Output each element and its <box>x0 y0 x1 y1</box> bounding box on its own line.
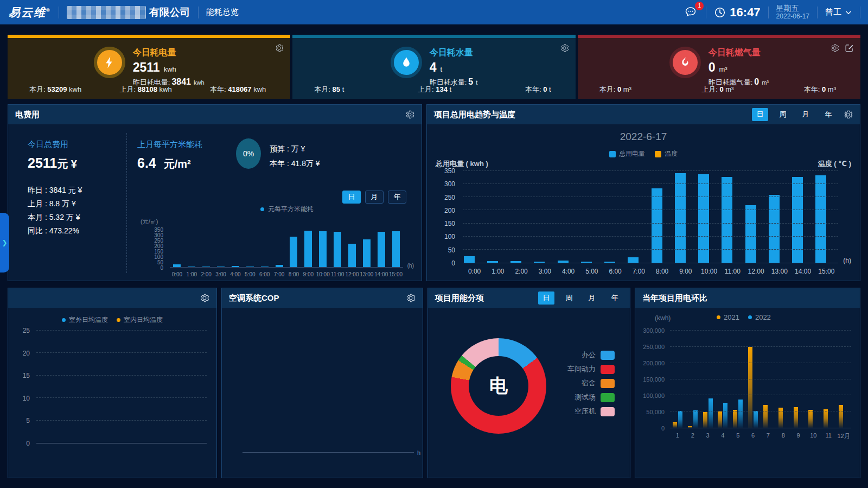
kpi-month: 本月: 53209 kwh <box>29 85 81 94</box>
temperature-legend: 室外日均温度 室内日均温度 <box>8 315 216 325</box>
tab-year[interactable]: 年 <box>820 108 837 121</box>
edit-icon[interactable] <box>845 43 854 53</box>
legend-label: 宿舍 <box>582 378 596 388</box>
gear-icon[interactable] <box>843 110 853 119</box>
notification-badge: 1 <box>695 2 704 10</box>
tab-year[interactable]: 年 <box>607 291 623 305</box>
kpi-month: 本月: 85 t <box>314 85 344 94</box>
tab-week[interactable]: 周 <box>775 108 791 121</box>
tab-month[interactable]: 月 <box>584 291 600 305</box>
kpi-card-water: 今日耗水量 4t 昨日耗水量:5t 本月: 85 t 上月: 134 t 本年:… <box>292 35 575 99</box>
stat-yesterday: 昨日 : 3841 元 ¥ <box>28 183 82 197</box>
legend-swatch <box>601 365 615 374</box>
sqm-cost-block: 上月每平方米能耗 6.4 元/m² <box>137 140 202 172</box>
chevron-right-icon: ❯ <box>2 239 7 246</box>
tab-day[interactable]: 日 <box>538 291 554 305</box>
mini-chart-legend: 元每平方米能耗 <box>171 205 403 214</box>
company-name: 有限公司 <box>67 5 190 20</box>
donut-legend-item[interactable]: 车间动力 <box>567 364 615 374</box>
legend-swatch <box>601 407 615 416</box>
y2-axis-label: 温度 ( ℃ ) <box>818 159 851 169</box>
legend-indoor: 室内日均温度 <box>117 315 163 325</box>
kpi-last-month: 上月: 0 m³ <box>701 85 733 94</box>
gear-icon[interactable] <box>830 43 839 53</box>
tab-day[interactable]: 日 <box>752 108 768 121</box>
power-trend-panel: 项目总用电趋势与温度 日 周 月 年 2022-6-17 总用电量 温度 总用电… <box>426 104 860 281</box>
tab-month[interactable]: 月 <box>797 108 814 121</box>
messages-button[interactable]: 1 <box>684 5 698 20</box>
legend-2021: 2021 <box>717 313 739 321</box>
x-unit: (h) <box>407 263 414 269</box>
chart-date-title: 2022-6-17 <box>427 131 860 143</box>
kpi-last-month: 上月: 134 t <box>418 85 451 94</box>
cost-stats: 昨日 : 3841 元 ¥ 上月 : 8.8 万 ¥ 本月 : 5.32 万 ¥… <box>28 183 82 238</box>
legend-swatch <box>601 393 615 402</box>
legend-outdoor: 室外日均温度 <box>62 315 108 325</box>
gear-icon[interactable] <box>200 293 209 303</box>
topbar: 易云维® 有限公司 能耗总览 1 16:47 星期五 2022-06-17 <box>0 0 868 24</box>
kpi-card-electricity: 今日耗电量 2511kwh 昨日耗电量:3841kwh 本月: 53209 kw… <box>8 35 290 99</box>
legend-label: 车间动力 <box>567 364 596 374</box>
power-trend-chart: 050100150200250300350 0:001:002:003:004:… <box>436 171 852 276</box>
cop-x-axis <box>242 452 414 453</box>
panel-title: 项目用能分项 <box>435 293 484 303</box>
kpi-row: 今日耗电量 2511kwh 昨日耗电量:3841kwh 本月: 53209 kw… <box>8 35 860 99</box>
stat-yoy: 同比 : 473.22% <box>28 224 82 238</box>
legend-swatch <box>609 151 616 157</box>
tab-year[interactable]: 年 <box>388 191 406 204</box>
panel-title: 项目总用电趋势与温度 <box>434 110 515 120</box>
clock-icon <box>714 7 726 18</box>
donut-legend-item[interactable]: 办公 <box>567 350 615 360</box>
stat-last-month: 上月 : 8.8 万 ¥ <box>28 197 82 211</box>
kpi-footer: 本月: 0 m³ 上月: 0 m³ 本年: 0 m³ <box>578 85 860 94</box>
panel-title: 空调系统COP <box>229 293 279 303</box>
donut-legend-item[interactable]: 宿舍 <box>567 378 615 388</box>
budget-year-line: 本年 : 41.8万 ¥ <box>270 156 320 171</box>
legend-temperature: 温度 <box>655 149 678 159</box>
current-date: 2022-06-17 <box>776 12 809 21</box>
kpi-title: 今日耗燃气量 <box>709 47 769 59</box>
legend-dot <box>117 318 120 322</box>
user-menu[interactable]: 曾工 <box>825 7 852 17</box>
nav-energy-overview[interactable]: 能耗总览 <box>206 7 239 16</box>
cop-x-unit: h <box>417 449 420 456</box>
divider <box>59 7 59 18</box>
gear-icon[interactable] <box>275 43 284 53</box>
gear-icon[interactable] <box>560 43 569 53</box>
kpi-last-month: 上月: 88108 kwh <box>119 85 171 94</box>
legend-label: 办公 <box>582 350 596 360</box>
donut-legend-item[interactable]: 测试场 <box>567 392 615 402</box>
lightning-icon <box>94 47 125 78</box>
chevron-down-icon <box>845 9 852 16</box>
weekday: 星期五 <box>776 4 809 12</box>
budget-block: 预算 : 万 ¥ 本年 : 41.8万 ¥ <box>270 142 320 171</box>
legend-2022: 2022 <box>748 313 771 321</box>
user-name: 曾工 <box>825 7 841 17</box>
current-time: 16:47 <box>730 5 760 20</box>
y-axis-label: 总用电量 ( kwh ) <box>436 159 488 169</box>
kpi-year: 本年: 0 t <box>525 85 551 94</box>
donut-center-label: 电 <box>489 373 508 398</box>
kpi-footer: 本月: 53209 kwh 上月: 88108 kwh 本年: 418067 k… <box>8 85 290 94</box>
gear-icon[interactable] <box>406 293 416 303</box>
flame-icon <box>669 47 701 78</box>
legend-label: 空压机 <box>575 407 596 416</box>
tab-week[interactable]: 周 <box>561 291 577 305</box>
kpi-year: 本年: 418067 kwh <box>210 85 266 94</box>
legend-label: 元每平方米能耗 <box>268 205 314 214</box>
y-axis-unit: (kwh) <box>655 314 671 322</box>
hvac-cop-panel: 空调系统COP h <box>221 288 423 478</box>
divider <box>768 7 769 18</box>
sidebar-expand-handle[interactable]: ❯ <box>0 213 9 272</box>
sqm-label: 上月每平方米能耗 <box>137 140 202 150</box>
tab-day[interactable]: 日 <box>342 191 361 204</box>
daily-temperature-panel: 室外日均温度 室内日均温度 0510152025 <box>8 288 217 478</box>
tab-month[interactable]: 月 <box>365 191 384 204</box>
logo-reg-mark: ® <box>46 8 51 13</box>
electricity-cost-panel: 电费用 今日总费用 2511元 ¥ 昨日 : 3841 元 ¥ 上月 : 8.8… <box>8 104 422 281</box>
legend-power: 总用电量 <box>609 149 645 159</box>
legend-swatch <box>601 351 615 360</box>
gear-icon[interactable] <box>405 110 414 119</box>
energy-breakdown-donut: 电 <box>451 338 546 434</box>
donut-legend-item[interactable]: 空压机 <box>567 407 615 416</box>
